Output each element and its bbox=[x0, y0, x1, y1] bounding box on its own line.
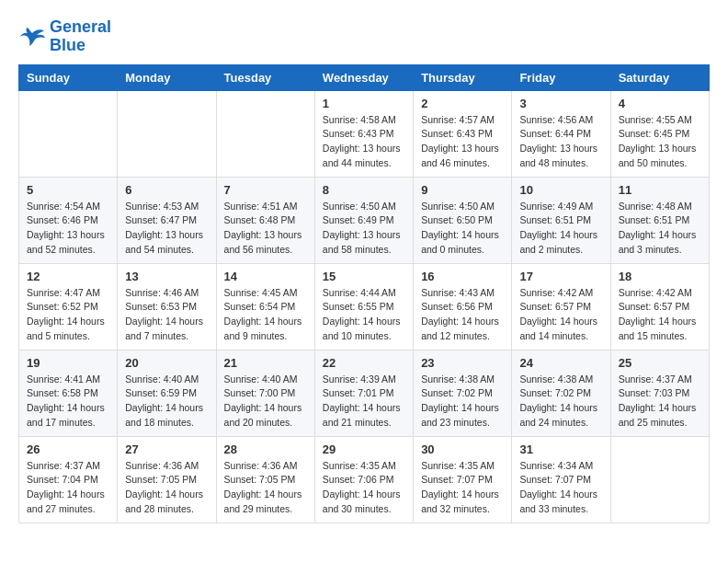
weekday-header-wednesday: Wednesday bbox=[314, 64, 413, 90]
day-number: 1 bbox=[323, 97, 405, 110]
day-info: Sunrise: 4:39 AM Sunset: 7:01 PM Dayligh… bbox=[323, 373, 405, 431]
page-header: General Blue bbox=[18, 18, 710, 55]
calendar-day-30: 30Sunrise: 4:35 AM Sunset: 7:07 PM Dayli… bbox=[414, 436, 512, 523]
day-number: 19 bbox=[27, 356, 109, 370]
calendar-day-11: 11Sunrise: 4:48 AM Sunset: 6:51 PM Dayli… bbox=[610, 177, 709, 263]
calendar-day-3: 3Sunrise: 4:56 AM Sunset: 6:44 PM Daylig… bbox=[512, 90, 610, 177]
day-number: 26 bbox=[27, 442, 109, 456]
day-info: Sunrise: 4:46 AM Sunset: 6:53 PM Dayligh… bbox=[125, 286, 208, 344]
calendar-day-10: 10Sunrise: 4:49 AM Sunset: 6:51 PM Dayli… bbox=[512, 177, 610, 263]
day-number: 12 bbox=[27, 270, 109, 283]
day-number: 28 bbox=[224, 442, 307, 456]
calendar-header-row: SundayMondayTuesdayWednesdayThursdayFrid… bbox=[19, 64, 710, 90]
day-info: Sunrise: 4:57 AM Sunset: 6:43 PM Dayligh… bbox=[421, 113, 504, 171]
day-number: 5 bbox=[27, 183, 109, 197]
calendar-day-12: 12Sunrise: 4:47 AM Sunset: 6:52 PM Dayli… bbox=[19, 263, 118, 350]
calendar-day-14: 14Sunrise: 4:45 AM Sunset: 6:54 PM Dayli… bbox=[216, 263, 314, 350]
calendar-day-28: 28Sunrise: 4:36 AM Sunset: 7:05 PM Dayli… bbox=[216, 436, 314, 523]
day-info: Sunrise: 4:44 AM Sunset: 6:55 PM Dayligh… bbox=[323, 286, 405, 344]
day-info: Sunrise: 4:54 AM Sunset: 6:46 PM Dayligh… bbox=[27, 200, 109, 258]
day-info: Sunrise: 4:53 AM Sunset: 6:47 PM Dayligh… bbox=[125, 200, 208, 258]
day-number: 16 bbox=[421, 270, 504, 283]
calendar-day-4: 4Sunrise: 4:55 AM Sunset: 6:45 PM Daylig… bbox=[610, 90, 709, 177]
day-number: 20 bbox=[125, 356, 208, 370]
calendar-week-row: 19Sunrise: 4:41 AM Sunset: 6:58 PM Dayli… bbox=[19, 350, 710, 436]
day-info: Sunrise: 4:56 AM Sunset: 6:44 PM Dayligh… bbox=[519, 113, 602, 171]
day-number: 17 bbox=[519, 270, 602, 283]
calendar-day-19: 19Sunrise: 4:41 AM Sunset: 6:58 PM Dayli… bbox=[19, 350, 118, 436]
day-info: Sunrise: 4:42 AM Sunset: 6:57 PM Dayligh… bbox=[619, 286, 701, 344]
day-number: 10 bbox=[519, 183, 602, 197]
day-number: 6 bbox=[125, 183, 208, 197]
day-number: 18 bbox=[619, 270, 701, 283]
calendar-day-27: 27Sunrise: 4:36 AM Sunset: 7:05 PM Dayli… bbox=[118, 436, 216, 523]
weekday-header-saturday: Saturday bbox=[610, 64, 709, 90]
day-number: 4 bbox=[619, 97, 701, 110]
day-info: Sunrise: 4:50 AM Sunset: 6:50 PM Dayligh… bbox=[421, 200, 504, 258]
calendar-day-29: 29Sunrise: 4:35 AM Sunset: 7:06 PM Dayli… bbox=[314, 436, 413, 523]
day-number: 22 bbox=[323, 356, 405, 370]
day-number: 23 bbox=[421, 356, 504, 370]
calendar-day-8: 8Sunrise: 4:50 AM Sunset: 6:49 PM Daylig… bbox=[314, 177, 413, 263]
logo-bird-icon bbox=[18, 26, 46, 48]
calendar-week-row: 12Sunrise: 4:47 AM Sunset: 6:52 PM Dayli… bbox=[19, 263, 710, 350]
calendar-week-row: 1Sunrise: 4:58 AM Sunset: 6:43 PM Daylig… bbox=[19, 90, 710, 177]
calendar-day-6: 6Sunrise: 4:53 AM Sunset: 6:47 PM Daylig… bbox=[118, 177, 216, 263]
empty-day-cell bbox=[610, 436, 709, 523]
calendar-day-9: 9Sunrise: 4:50 AM Sunset: 6:50 PM Daylig… bbox=[414, 177, 512, 263]
day-info: Sunrise: 4:45 AM Sunset: 6:54 PM Dayligh… bbox=[224, 286, 307, 344]
day-info: Sunrise: 4:43 AM Sunset: 6:56 PM Dayligh… bbox=[421, 286, 504, 344]
day-info: Sunrise: 4:49 AM Sunset: 6:51 PM Dayligh… bbox=[519, 200, 602, 258]
weekday-header-monday: Monday bbox=[118, 64, 216, 90]
day-number: 25 bbox=[619, 356, 701, 370]
calendar-day-5: 5Sunrise: 4:54 AM Sunset: 6:46 PM Daylig… bbox=[19, 177, 118, 263]
day-info: Sunrise: 4:50 AM Sunset: 6:49 PM Dayligh… bbox=[323, 200, 405, 258]
weekday-header-sunday: Sunday bbox=[19, 64, 118, 90]
empty-day-cell bbox=[216, 90, 314, 177]
calendar-table: SundayMondayTuesdayWednesdayThursdayFrid… bbox=[18, 64, 710, 523]
calendar-day-13: 13Sunrise: 4:46 AM Sunset: 6:53 PM Dayli… bbox=[118, 263, 216, 350]
day-info: Sunrise: 4:35 AM Sunset: 7:06 PM Dayligh… bbox=[323, 459, 405, 517]
day-info: Sunrise: 4:47 AM Sunset: 6:52 PM Dayligh… bbox=[27, 286, 109, 344]
day-number: 8 bbox=[323, 183, 405, 197]
calendar-day-1: 1Sunrise: 4:58 AM Sunset: 6:43 PM Daylig… bbox=[314, 90, 413, 177]
day-number: 2 bbox=[421, 97, 504, 110]
day-info: Sunrise: 4:40 AM Sunset: 6:59 PM Dayligh… bbox=[125, 373, 208, 431]
calendar-week-row: 26Sunrise: 4:37 AM Sunset: 7:04 PM Dayli… bbox=[19, 436, 710, 523]
day-number: 11 bbox=[619, 183, 701, 197]
calendar-day-24: 24Sunrise: 4:38 AM Sunset: 7:02 PM Dayli… bbox=[512, 350, 610, 436]
weekday-header-friday: Friday bbox=[512, 64, 610, 90]
calendar-day-18: 18Sunrise: 4:42 AM Sunset: 6:57 PM Dayli… bbox=[610, 263, 709, 350]
day-info: Sunrise: 4:37 AM Sunset: 7:03 PM Dayligh… bbox=[619, 373, 701, 431]
calendar-day-7: 7Sunrise: 4:51 AM Sunset: 6:48 PM Daylig… bbox=[216, 177, 314, 263]
day-info: Sunrise: 4:40 AM Sunset: 7:00 PM Dayligh… bbox=[224, 373, 307, 431]
day-number: 24 bbox=[519, 356, 602, 370]
day-number: 3 bbox=[519, 97, 602, 110]
day-number: 13 bbox=[125, 270, 208, 283]
calendar-day-15: 15Sunrise: 4:44 AM Sunset: 6:55 PM Dayli… bbox=[314, 263, 413, 350]
day-info: Sunrise: 4:37 AM Sunset: 7:04 PM Dayligh… bbox=[27, 459, 109, 517]
weekday-header-thursday: Thursday bbox=[414, 64, 512, 90]
day-info: Sunrise: 4:42 AM Sunset: 6:57 PM Dayligh… bbox=[519, 286, 602, 344]
day-info: Sunrise: 4:58 AM Sunset: 6:43 PM Dayligh… bbox=[323, 113, 405, 171]
day-info: Sunrise: 4:41 AM Sunset: 6:58 PM Dayligh… bbox=[27, 373, 109, 431]
logo-text: General Blue bbox=[50, 18, 111, 55]
day-info: Sunrise: 4:38 AM Sunset: 7:02 PM Dayligh… bbox=[519, 373, 602, 431]
day-number: 31 bbox=[519, 442, 602, 456]
day-info: Sunrise: 4:55 AM Sunset: 6:45 PM Dayligh… bbox=[619, 113, 701, 171]
day-info: Sunrise: 4:38 AM Sunset: 7:02 PM Dayligh… bbox=[421, 373, 504, 431]
day-info: Sunrise: 4:48 AM Sunset: 6:51 PM Dayligh… bbox=[619, 200, 701, 258]
day-info: Sunrise: 4:36 AM Sunset: 7:05 PM Dayligh… bbox=[224, 459, 307, 517]
day-info: Sunrise: 4:36 AM Sunset: 7:05 PM Dayligh… bbox=[125, 459, 208, 517]
day-number: 14 bbox=[224, 270, 307, 283]
empty-day-cell bbox=[19, 90, 118, 177]
calendar-day-26: 26Sunrise: 4:37 AM Sunset: 7:04 PM Dayli… bbox=[19, 436, 118, 523]
calendar-day-25: 25Sunrise: 4:37 AM Sunset: 7:03 PM Dayli… bbox=[610, 350, 709, 436]
weekday-header-tuesday: Tuesday bbox=[216, 64, 314, 90]
day-number: 9 bbox=[421, 183, 504, 197]
logo: General Blue bbox=[18, 18, 111, 55]
calendar-day-23: 23Sunrise: 4:38 AM Sunset: 7:02 PM Dayli… bbox=[414, 350, 512, 436]
calendar-day-22: 22Sunrise: 4:39 AM Sunset: 7:01 PM Dayli… bbox=[314, 350, 413, 436]
day-number: 21 bbox=[224, 356, 307, 370]
day-number: 30 bbox=[421, 442, 504, 456]
